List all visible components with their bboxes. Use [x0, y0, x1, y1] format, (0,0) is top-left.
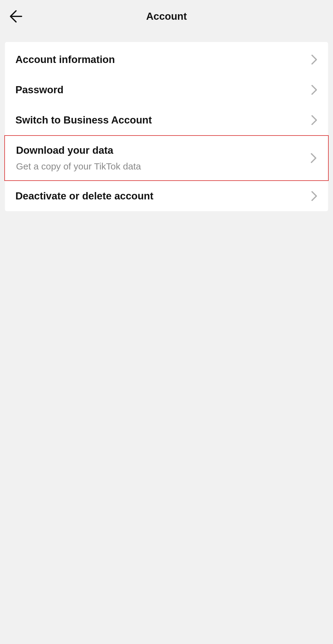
back-button[interactable] [9, 10, 23, 23]
list-item-content: Deactivate or delete account [15, 190, 154, 202]
list-item-title: Deactivate or delete account [15, 190, 154, 202]
arrow-left-icon [9, 10, 23, 23]
chevron-right-icon [311, 84, 318, 95]
page-title: Account [9, 10, 324, 22]
password-item[interactable]: Password [5, 75, 328, 105]
list-item-subtitle: Get a copy of your TikTok data [16, 161, 141, 172]
download-your-data-item[interactable]: Download your data Get a copy of your Ti… [4, 135, 329, 181]
list-item-content: Switch to Business Account [15, 114, 152, 126]
account-information-item[interactable]: Account information [5, 44, 328, 75]
chevron-right-icon [311, 54, 318, 65]
list-item-title: Download your data [16, 144, 141, 156]
list-item-title: Switch to Business Account [15, 114, 152, 126]
chevron-right-icon [311, 115, 318, 126]
list-item-content: Download your data Get a copy of your Ti… [16, 144, 141, 172]
list-item-content: Password [15, 84, 64, 96]
header: Account [0, 0, 333, 33]
list-item-title: Password [15, 84, 64, 96]
chevron-right-icon [311, 190, 318, 202]
deactivate-delete-account-item[interactable]: Deactivate or delete account [5, 181, 328, 211]
list-item-title: Account information [15, 54, 115, 65]
switch-business-account-item[interactable]: Switch to Business Account [5, 105, 328, 135]
settings-card: Account information Password Switch to B… [5, 42, 328, 211]
list-item-content: Account information [15, 54, 115, 65]
chevron-right-icon [310, 153, 317, 164]
